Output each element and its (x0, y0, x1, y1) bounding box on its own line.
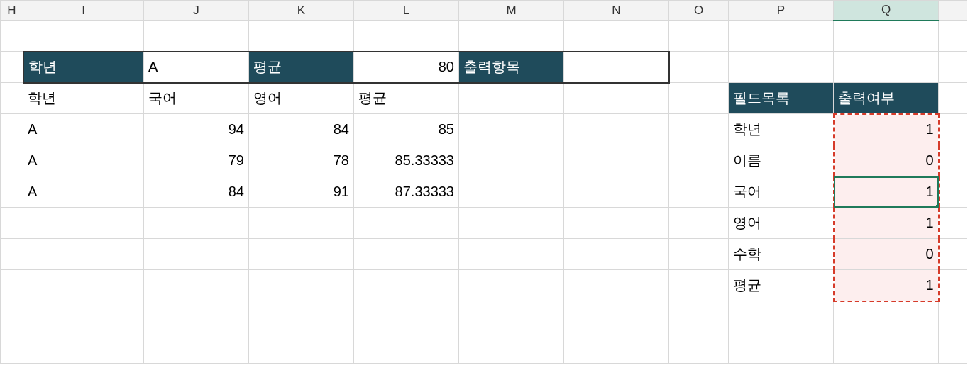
col-header-M[interactable]: M (459, 1, 564, 21)
cell[interactable] (144, 208, 249, 239)
cell[interactable] (459, 145, 564, 176)
cell[interactable] (669, 270, 729, 301)
cell[interactable] (729, 52, 834, 83)
cell[interactable] (459, 83, 564, 114)
cell[interactable] (354, 21, 459, 52)
cell[interactable] (1, 176, 23, 208)
cell[interactable] (939, 270, 967, 301)
cell[interactable] (459, 332, 564, 364)
fieldlist-header-flag[interactable]: 출력여부 (834, 83, 939, 114)
criteria-avg-value[interactable]: 80 (354, 52, 459, 83)
fieldlist-name[interactable]: 수학 (729, 239, 834, 270)
table-header-avg[interactable]: 평균 (354, 83, 459, 114)
cell[interactable] (249, 208, 354, 239)
cell[interactable] (939, 239, 967, 270)
cell[interactable] (564, 145, 669, 176)
cell[interactable] (939, 332, 967, 364)
table-row-grade[interactable]: A (23, 176, 144, 208)
col-header-O[interactable]: O (669, 1, 729, 21)
cell[interactable] (729, 332, 834, 364)
cell[interactable] (1, 52, 23, 83)
cell[interactable] (459, 301, 564, 332)
cell[interactable] (459, 270, 564, 301)
cell[interactable] (1, 301, 23, 332)
cell[interactable] (23, 21, 144, 52)
cell[interactable] (564, 239, 669, 270)
table-row-kor[interactable]: 79 (144, 145, 249, 176)
cell[interactable] (144, 239, 249, 270)
cell[interactable] (939, 21, 967, 52)
cell[interactable] (249, 301, 354, 332)
table-row-kor[interactable]: 84 (144, 176, 249, 208)
cell[interactable] (729, 21, 834, 52)
table-row-kor[interactable]: 94 (144, 114, 249, 145)
cell[interactable] (939, 176, 967, 208)
cell[interactable] (834, 301, 939, 332)
table-row-eng[interactable]: 78 (249, 145, 354, 176)
table-row-eng[interactable]: 84 (249, 114, 354, 145)
cell[interactable] (564, 301, 669, 332)
fieldlist-name[interactable]: 국어 (729, 176, 834, 208)
fieldlist-name[interactable]: 이름 (729, 145, 834, 176)
cell[interactable] (939, 83, 967, 114)
cell[interactable] (564, 176, 669, 208)
cell[interactable] (144, 270, 249, 301)
col-header-H[interactable]: H (1, 1, 23, 21)
col-header-Q[interactable]: Q (834, 1, 939, 21)
cell[interactable] (939, 52, 967, 83)
cell[interactable] (354, 332, 459, 364)
cell[interactable] (249, 239, 354, 270)
col-header-L[interactable]: L (354, 1, 459, 21)
cell[interactable] (669, 208, 729, 239)
fieldlist-flag[interactable]: 1 (834, 208, 939, 239)
cell[interactable] (354, 270, 459, 301)
cell[interactable] (939, 208, 967, 239)
cell[interactable] (939, 145, 967, 176)
cell[interactable] (669, 239, 729, 270)
table-header-eng[interactable]: 영어 (249, 83, 354, 114)
table-row-grade[interactable]: A (23, 114, 144, 145)
cell[interactable] (669, 114, 729, 145)
cell[interactable] (23, 239, 144, 270)
table-header-grade[interactable]: 학년 (23, 83, 144, 114)
fieldlist-name[interactable]: 영어 (729, 208, 834, 239)
fieldlist-flag[interactable]: 1 (834, 114, 939, 145)
cell[interactable] (669, 21, 729, 52)
col-header-K[interactable]: K (249, 1, 354, 21)
cell[interactable] (669, 332, 729, 364)
cell[interactable] (939, 301, 967, 332)
criteria-grade-value[interactable]: A (144, 52, 249, 83)
cell[interactable] (1, 208, 23, 239)
cell[interactable] (834, 332, 939, 364)
table-row-avg[interactable]: 87.33333 (354, 176, 459, 208)
cell[interactable] (354, 208, 459, 239)
table-header-kor[interactable]: 국어 (144, 83, 249, 114)
col-header-blank[interactable] (939, 1, 967, 21)
col-header-I[interactable]: I (23, 1, 144, 21)
cell[interactable] (23, 270, 144, 301)
cell[interactable] (23, 301, 144, 332)
table-row-eng[interactable]: 91 (249, 176, 354, 208)
cell[interactable] (459, 239, 564, 270)
cell[interactable] (564, 114, 669, 145)
criteria-label-grade[interactable]: 학년 (23, 52, 144, 83)
col-header-N[interactable]: N (564, 1, 669, 21)
fieldlist-flag-selected[interactable]: 1 (834, 176, 939, 208)
criteria-label-avg[interactable]: 평균 (249, 52, 354, 83)
cell[interactable] (564, 270, 669, 301)
fieldlist-header-name[interactable]: 필드목록 (729, 83, 834, 114)
cell[interactable] (564, 21, 669, 52)
cell[interactable] (354, 301, 459, 332)
cell[interactable] (23, 332, 144, 364)
cell[interactable] (1, 332, 23, 364)
cell[interactable] (564, 83, 669, 114)
cell[interactable] (939, 114, 967, 145)
cell[interactable] (669, 176, 729, 208)
cell[interactable] (459, 21, 564, 52)
cell[interactable] (249, 270, 354, 301)
fieldlist-name[interactable]: 평균 (729, 270, 834, 301)
fieldlist-flag[interactable]: 0 (834, 145, 939, 176)
cell[interactable] (354, 239, 459, 270)
cell[interactable] (144, 21, 249, 52)
fieldlist-flag[interactable]: 0 (834, 239, 939, 270)
